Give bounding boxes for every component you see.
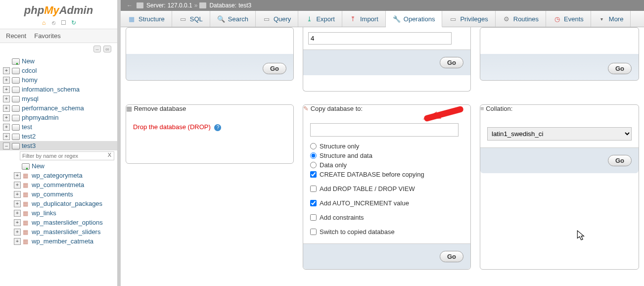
radio-structure-only[interactable]: Structure only	[310, 142, 463, 151]
table-icon: ▦	[23, 182, 31, 189]
docs-icon[interactable]: ☐	[60, 19, 68, 27]
tree-new-table[interactable]: New	[0, 161, 117, 171]
tab-more[interactable]: More	[591, 11, 631, 27]
tree-table[interactable]: +▦wp_masterslider_sliders	[0, 227, 117, 237]
breadcrumb-db[interactable]: test3	[238, 2, 251, 9]
collation-select[interactable]: latin1_swedish_ci	[487, 127, 632, 141]
tree-table[interactable]: +▦wp_member_catmeta	[0, 237, 117, 246]
check-drop-table[interactable]: Add DROP TABLE / DROP VIEW	[310, 184, 463, 193]
logo[interactable]: phpMyAdmin ⌂ ⎋ ☐ ↻	[0, 0, 117, 29]
tree-table[interactable]: +▦wp_masterslider_options	[0, 218, 117, 227]
pencil-icon: ✎	[303, 105, 309, 112]
collapse-icon[interactable]: –	[3, 143, 10, 149]
check-constraints[interactable]: Add constraints	[310, 213, 463, 222]
tab-search[interactable]: 🔍Search	[210, 11, 256, 27]
tab-events[interactable]: ◷Events	[546, 11, 591, 27]
reload-icon[interactable]: ↻	[70, 19, 78, 27]
expand-icon[interactable]: +	[14, 210, 21, 217]
expand-icon[interactable]: +	[3, 77, 10, 84]
tree-db-performance-schema[interactable]: +performance_schema	[0, 103, 117, 113]
tab-export[interactable]: ⤓Export	[298, 11, 342, 27]
expand-icon[interactable]: +	[14, 191, 21, 198]
tree-new[interactable]: New	[0, 56, 117, 66]
tab-routines[interactable]: ⚙Routines	[496, 11, 546, 27]
check-auto-increment[interactable]: Add AUTO_INCREMENT value	[310, 198, 463, 208]
tab-operations[interactable]: 🔧Operations	[386, 11, 443, 27]
expand-icon[interactable]: +	[14, 172, 21, 179]
logo-php: php	[24, 4, 44, 16]
db-tree: New +cdcol +homy +information_schema +my…	[0, 54, 117, 286]
filter-input[interactable]	[20, 151, 114, 160]
tabs: ▦Structure ▭SQL 🔍Search ▭Query ⤓Export ⤒…	[121, 11, 644, 27]
tree-db-test[interactable]: +test	[0, 122, 117, 132]
tree-table[interactable]: +▦wp_comments	[0, 190, 117, 199]
expand-icon[interactable]: +	[3, 95, 10, 102]
radio-structure-data[interactable]: Structure and data	[310, 151, 463, 160]
home-icon[interactable]: ⌂	[40, 19, 48, 27]
tree-table[interactable]: +▦wp_duplicator_packages	[0, 199, 117, 208]
tree-db-homy[interactable]: +homy	[0, 75, 117, 85]
main: ← Server: 127.0.0.1 » Database: test3 ▦S…	[118, 0, 644, 286]
tab-sql[interactable]: ▭SQL	[172, 11, 210, 27]
breadcrumb-db-label: Database:	[209, 2, 236, 9]
tree-db-test3[interactable]: –test3	[0, 141, 117, 150]
expand-icon[interactable]: +	[14, 200, 21, 207]
expand-icon[interactable]: +	[14, 182, 21, 189]
query-icon: ▭	[263, 15, 271, 23]
tree-db-mysql[interactable]: +mysql	[0, 94, 117, 103]
favorites-tab[interactable]: Favorites	[30, 31, 64, 41]
tree-table[interactable]: +▦wp_commentmeta	[0, 180, 117, 190]
expand-icon[interactable]: +	[3, 86, 10, 93]
drop-database-link[interactable]: Drop the database (DROP)	[133, 123, 211, 131]
check-create-before[interactable]: CREATE DATABASE before copying	[310, 170, 463, 179]
go-button[interactable]: Go	[440, 57, 463, 68]
remove-icon: ▦	[126, 105, 132, 112]
recent-tab[interactable]: Recent	[2, 31, 30, 41]
separator: »	[194, 2, 198, 9]
search-icon: 🔍	[217, 15, 225, 23]
go-button[interactable]: Go	[608, 155, 632, 166]
tree-db-cdcol[interactable]: +cdcol	[0, 66, 117, 75]
breadcrumb-server[interactable]: 127.0.0.1	[168, 2, 192, 9]
db-icon	[12, 86, 20, 93]
tab-query[interactable]: ▭Query	[256, 11, 298, 27]
expand-icon[interactable]: +	[3, 133, 10, 140]
tree-table[interactable]: +▦wp_links	[0, 208, 117, 218]
copy-destination-input[interactable]	[310, 123, 459, 137]
tree-db-phpmyadmin[interactable]: +phpmyadmin	[0, 113, 117, 122]
collapse-icon[interactable]: –	[93, 46, 100, 52]
check-switch[interactable]: Switch to copied database	[310, 227, 463, 237]
expand-icon[interactable]: +	[3, 105, 10, 112]
table-icon: ▦	[23, 219, 31, 226]
help-icon[interactable]: ?	[214, 124, 221, 131]
columns-input[interactable]	[308, 32, 452, 45]
expand-icon[interactable]: +	[3, 114, 10, 121]
expand-icon[interactable]: +	[3, 124, 10, 131]
legend-copy: ✎ Copy database to:	[303, 105, 470, 112]
db-icon	[12, 143, 20, 149]
tree-table[interactable]: +▦wp_categorymeta	[0, 171, 117, 180]
radio-data-only[interactable]: Data only	[310, 160, 463, 170]
legend-remove: ▦ Remove database	[126, 105, 293, 112]
link-icon[interactable]: ∞	[103, 46, 111, 52]
logo-admin: Admin	[59, 4, 93, 16]
tab-import[interactable]: ⤒Import	[342, 11, 386, 27]
table-icon: ▦	[23, 200, 31, 207]
dropdown-icon[interactable]: ←	[127, 2, 133, 9]
go-button[interactable]: Go	[263, 63, 286, 74]
expand-icon[interactable]: +	[14, 229, 21, 236]
go-button[interactable]: Go	[440, 251, 463, 262]
clear-filter-icon[interactable]: X	[108, 152, 111, 158]
tab-structure[interactable]: ▦Structure	[121, 11, 172, 27]
tab-privileges[interactable]: ▭Privileges	[442, 11, 495, 27]
panel-rename: Go	[126, 27, 294, 81]
breadcrumb-server-label: Server:	[146, 2, 166, 9]
tree-db-test2[interactable]: +test2	[0, 132, 117, 141]
expand-icon[interactable]: +	[14, 219, 21, 226]
expand-icon[interactable]: +	[3, 67, 10, 74]
go-button[interactable]: Go	[608, 63, 632, 74]
logout-icon[interactable]: ⎋	[50, 19, 58, 27]
tree-db-information-schema[interactable]: +information_schema	[0, 85, 117, 94]
db-icon	[12, 124, 20, 131]
expand-icon[interactable]: +	[14, 238, 21, 245]
